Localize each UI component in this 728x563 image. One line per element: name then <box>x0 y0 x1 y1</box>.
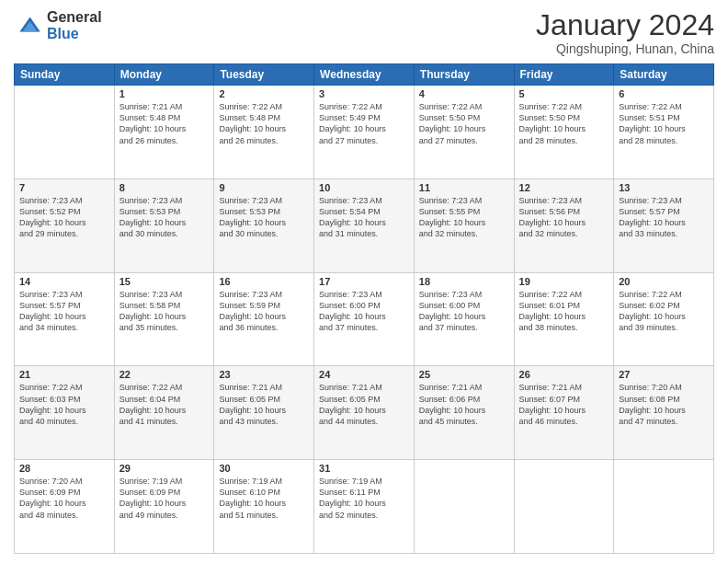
calendar-cell: 10Sunrise: 7:23 AM Sunset: 5:54 PM Dayli… <box>314 178 415 272</box>
day-info: Sunrise: 7:22 AM Sunset: 5:50 PM Dayligh… <box>419 101 509 146</box>
day-number: 21 <box>19 369 109 380</box>
day-info: Sunrise: 7:19 AM Sunset: 6:10 PM Dayligh… <box>219 476 309 521</box>
day-info: Sunrise: 7:23 AM Sunset: 6:00 PM Dayligh… <box>319 289 409 334</box>
day-info: Sunrise: 7:22 AM Sunset: 5:51 PM Dayligh… <box>619 101 709 146</box>
day-number: 9 <box>219 182 309 193</box>
day-number: 11 <box>419 182 509 193</box>
month-title: January 2024 <box>536 9 714 41</box>
logo-text: General Blue <box>47 9 102 41</box>
day-info: Sunrise: 7:23 AM Sunset: 5:57 PM Dayligh… <box>19 289 109 334</box>
calendar-cell <box>414 460 514 554</box>
calendar-cell: 22Sunrise: 7:22 AM Sunset: 6:04 PM Dayli… <box>114 366 214 460</box>
day-number: 25 <box>419 369 509 380</box>
day-number: 26 <box>519 369 609 380</box>
calendar-cell: 28Sunrise: 7:20 AM Sunset: 6:09 PM Dayli… <box>15 460 115 554</box>
week-row-4: 21Sunrise: 7:22 AM Sunset: 6:03 PM Dayli… <box>15 366 714 460</box>
day-info: Sunrise: 7:23 AM Sunset: 6:00 PM Dayligh… <box>419 289 509 334</box>
week-row-5: 28Sunrise: 7:20 AM Sunset: 6:09 PM Dayli… <box>15 460 714 554</box>
calendar-cell: 25Sunrise: 7:21 AM Sunset: 6:06 PM Dayli… <box>414 366 514 460</box>
day-info: Sunrise: 7:22 AM Sunset: 5:49 PM Dayligh… <box>319 101 409 146</box>
day-number: 30 <box>219 463 309 474</box>
day-number: 29 <box>119 463 210 474</box>
day-number: 13 <box>619 182 709 193</box>
day-number: 5 <box>519 88 609 99</box>
day-info: Sunrise: 7:21 AM Sunset: 6:05 PM Dayligh… <box>219 382 309 427</box>
calendar-cell: 16Sunrise: 7:23 AM Sunset: 5:59 PM Dayli… <box>214 272 314 366</box>
day-info: Sunrise: 7:21 AM Sunset: 6:05 PM Dayligh… <box>319 382 409 427</box>
calendar-cell: 8Sunrise: 7:23 AM Sunset: 5:53 PM Daylig… <box>114 178 214 272</box>
day-info: Sunrise: 7:22 AM Sunset: 6:04 PM Dayligh… <box>119 382 210 427</box>
calendar-cell: 21Sunrise: 7:22 AM Sunset: 6:03 PM Dayli… <box>15 366 115 460</box>
calendar-cell: 5Sunrise: 7:22 AM Sunset: 5:50 PM Daylig… <box>514 86 614 179</box>
day-number: 4 <box>419 88 509 99</box>
day-info: Sunrise: 7:22 AM Sunset: 5:50 PM Dayligh… <box>519 101 609 146</box>
day-info: Sunrise: 7:23 AM Sunset: 5:57 PM Dayligh… <box>619 195 709 240</box>
day-info: Sunrise: 7:21 AM Sunset: 6:07 PM Dayligh… <box>519 382 609 427</box>
calendar-header-row: SundayMondayTuesdayWednesdayThursdayFrid… <box>15 64 714 86</box>
calendar-cell: 6Sunrise: 7:22 AM Sunset: 5:51 PM Daylig… <box>614 86 714 179</box>
logo-general: General <box>47 9 102 26</box>
day-info: Sunrise: 7:22 AM Sunset: 6:03 PM Dayligh… <box>19 382 109 427</box>
logo-icon <box>14 11 43 40</box>
calendar-cell: 2Sunrise: 7:22 AM Sunset: 5:48 PM Daylig… <box>214 86 314 179</box>
calendar-cell: 23Sunrise: 7:21 AM Sunset: 6:05 PM Dayli… <box>214 366 314 460</box>
day-number: 15 <box>119 276 210 287</box>
day-number: 16 <box>219 276 309 287</box>
day-info: Sunrise: 7:23 AM Sunset: 5:54 PM Dayligh… <box>319 195 409 240</box>
day-info: Sunrise: 7:23 AM Sunset: 5:53 PM Dayligh… <box>219 195 309 240</box>
calendar-body: 1Sunrise: 7:21 AM Sunset: 5:48 PM Daylig… <box>15 86 714 554</box>
calendar-cell: 4Sunrise: 7:22 AM Sunset: 5:50 PM Daylig… <box>414 86 514 179</box>
day-info: Sunrise: 7:22 AM Sunset: 5:48 PM Dayligh… <box>219 101 309 146</box>
day-info: Sunrise: 7:20 AM Sunset: 6:08 PM Dayligh… <box>619 382 709 427</box>
week-row-3: 14Sunrise: 7:23 AM Sunset: 5:57 PM Dayli… <box>15 272 714 366</box>
day-number: 17 <box>319 276 409 287</box>
day-info: Sunrise: 7:23 AM Sunset: 5:59 PM Dayligh… <box>219 289 309 334</box>
day-number: 19 <box>519 276 609 287</box>
day-info: Sunrise: 7:21 AM Sunset: 5:48 PM Dayligh… <box>119 101 210 146</box>
calendar-cell: 20Sunrise: 7:22 AM Sunset: 6:02 PM Dayli… <box>614 272 714 366</box>
calendar-cell <box>15 86 115 179</box>
day-number: 10 <box>319 182 409 193</box>
day-number: 8 <box>119 182 210 193</box>
day-number: 18 <box>419 276 509 287</box>
calendar-cell: 7Sunrise: 7:23 AM Sunset: 5:52 PM Daylig… <box>15 178 115 272</box>
day-info: Sunrise: 7:23 AM Sunset: 5:58 PM Dayligh… <box>119 289 210 334</box>
calendar-cell <box>614 460 714 554</box>
day-number: 3 <box>319 88 409 99</box>
day-info: Sunrise: 7:21 AM Sunset: 6:06 PM Dayligh… <box>419 382 509 427</box>
header-day-thursday: Thursday <box>414 64 514 86</box>
day-info: Sunrise: 7:19 AM Sunset: 6:11 PM Dayligh… <box>319 476 409 521</box>
day-number: 23 <box>219 369 309 380</box>
calendar-cell: 15Sunrise: 7:23 AM Sunset: 5:58 PM Dayli… <box>114 272 214 366</box>
day-number: 7 <box>19 182 109 193</box>
calendar-cell: 30Sunrise: 7:19 AM Sunset: 6:10 PM Dayli… <box>214 460 314 554</box>
day-number: 24 <box>319 369 409 380</box>
calendar-cell: 14Sunrise: 7:23 AM Sunset: 5:57 PM Dayli… <box>15 272 115 366</box>
page: General Blue January 2024 Qingshuping, H… <box>0 0 728 563</box>
calendar-cell: 17Sunrise: 7:23 AM Sunset: 6:00 PM Dayli… <box>314 272 415 366</box>
header: General Blue January 2024 Qingshuping, H… <box>14 9 714 56</box>
header-day-friday: Friday <box>514 64 614 86</box>
logo-blue: Blue <box>47 26 102 42</box>
calendar-cell: 13Sunrise: 7:23 AM Sunset: 5:57 PM Dayli… <box>614 178 714 272</box>
calendar-cell: 26Sunrise: 7:21 AM Sunset: 6:07 PM Dayli… <box>514 366 614 460</box>
day-info: Sunrise: 7:23 AM Sunset: 5:56 PM Dayligh… <box>519 195 609 240</box>
day-number: 31 <box>319 463 409 474</box>
location: Qingshuping, Hunan, China <box>536 41 714 56</box>
header-day-saturday: Saturday <box>614 64 714 86</box>
header-day-monday: Monday <box>114 64 214 86</box>
header-day-tuesday: Tuesday <box>214 64 314 86</box>
day-info: Sunrise: 7:23 AM Sunset: 5:53 PM Dayligh… <box>119 195 210 240</box>
week-row-1: 1Sunrise: 7:21 AM Sunset: 5:48 PM Daylig… <box>15 86 714 179</box>
calendar-cell: 18Sunrise: 7:23 AM Sunset: 6:00 PM Dayli… <box>414 272 514 366</box>
day-info: Sunrise: 7:20 AM Sunset: 6:09 PM Dayligh… <box>19 476 109 521</box>
title-block: January 2024 Qingshuping, Hunan, China <box>536 9 714 56</box>
day-info: Sunrise: 7:23 AM Sunset: 5:55 PM Dayligh… <box>419 195 509 240</box>
calendar-cell: 3Sunrise: 7:22 AM Sunset: 5:49 PM Daylig… <box>314 86 415 179</box>
week-row-2: 7Sunrise: 7:23 AM Sunset: 5:52 PM Daylig… <box>15 178 714 272</box>
day-number: 22 <box>119 369 210 380</box>
day-number: 14 <box>19 276 109 287</box>
day-info: Sunrise: 7:19 AM Sunset: 6:09 PM Dayligh… <box>119 476 210 521</box>
day-number: 28 <box>19 463 109 474</box>
calendar-table: SundayMondayTuesdayWednesdayThursdayFrid… <box>14 63 714 554</box>
